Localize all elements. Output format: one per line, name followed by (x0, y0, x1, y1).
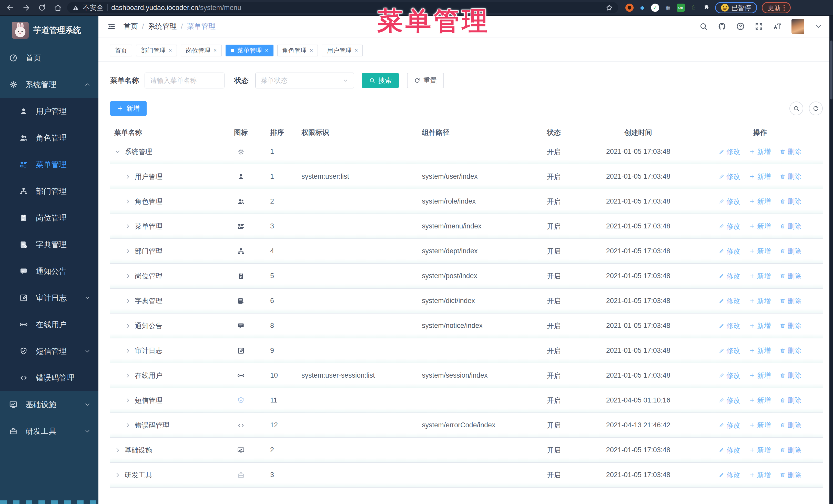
sidebar-item-sms[interactable]: 短信管理 (0, 338, 98, 364)
add-button[interactable]: 新增 (110, 101, 147, 116)
browser-update-button[interactable]: 更新 (762, 2, 791, 13)
row-delete-link[interactable]: 删除 (780, 222, 802, 231)
help-icon[interactable] (736, 22, 745, 31)
row-delete-link[interactable]: 删除 (780, 371, 802, 380)
fullscreen-icon[interactable] (755, 22, 763, 31)
row-edit-link[interactable]: 修改 (719, 346, 740, 355)
refresh-table-button[interactable] (809, 101, 823, 115)
address-bar[interactable]: 不安全 dashboard.yudao.iocoder.cn/system/me… (67, 2, 618, 13)
reload-icon[interactable] (35, 2, 49, 14)
row-delete-link[interactable]: 删除 (780, 346, 802, 355)
tab-post[interactable]: 岗位管理× (181, 45, 222, 56)
extension-on-badge-icon[interactable]: on (677, 4, 685, 12)
row-add-link[interactable]: 新增 (749, 396, 771, 405)
row-delete-link[interactable]: 删除 (780, 446, 802, 455)
extension-gem-icon[interactable]: ◆ (638, 4, 646, 12)
sidebar-item-home[interactable]: 首页 (0, 45, 98, 71)
search-icon[interactable] (699, 22, 708, 31)
extension-tiles-icon[interactable]: ▦ (664, 4, 672, 12)
sidebar-item-role[interactable]: 角色管理 (0, 125, 98, 151)
tab-close-icon[interactable]: × (169, 47, 172, 54)
sidebar-item-infra[interactable]: 基础设施 (0, 391, 98, 418)
sidebar-item-system[interactable]: 系统管理 (0, 71, 98, 98)
tab-close-icon[interactable]: × (310, 47, 313, 54)
row-add-link[interactable]: 新增 (749, 147, 771, 157)
tab-close-icon[interactable]: × (355, 47, 358, 54)
app-logo-row[interactable]: 芋道管理系统 (0, 16, 98, 45)
sidebar-collapse-icon[interactable] (107, 22, 116, 31)
row-delete-link[interactable]: 删除 (780, 271, 802, 281)
row-edit-link[interactable]: 修改 (719, 247, 740, 256)
row-delete-link[interactable]: 删除 (780, 471, 802, 480)
row-add-link[interactable]: 新增 (749, 172, 771, 181)
row-edit-link[interactable]: 修改 (719, 421, 740, 430)
forward-icon[interactable] (20, 2, 33, 14)
row-add-link[interactable]: 新增 (749, 271, 771, 281)
scrollbar-thumb[interactable] (830, 41, 832, 99)
breadcrumb-item[interactable]: 系统管理 (148, 22, 177, 31)
row-edit-link[interactable]: 修改 (719, 396, 740, 405)
row-delete-link[interactable]: 删除 (780, 247, 802, 256)
row-edit-link[interactable]: 修改 (719, 296, 740, 306)
reset-button[interactable]: 重置 (407, 73, 444, 88)
tab-close-icon[interactable]: × (214, 47, 217, 54)
toggle-search-button[interactable] (789, 101, 803, 115)
tab-user[interactable]: 用户管理× (322, 45, 363, 56)
status-select[interactable]: 菜单状态 (255, 73, 354, 89)
paused-extension-badge[interactable]: 已暂停 (715, 2, 757, 13)
row-edit-link[interactable]: 修改 (719, 172, 740, 181)
extension-check-icon[interactable]: ✓ (651, 4, 659, 12)
sidebar-item-post[interactable]: 岗位管理 (0, 205, 98, 231)
row-delete-link[interactable]: 删除 (780, 321, 802, 331)
sidebar-item-dict[interactable]: 字典管理 (0, 231, 98, 258)
font-size-icon[interactable] (773, 22, 782, 31)
row-delete-link[interactable]: 删除 (780, 172, 802, 181)
avatar-caret-icon[interactable] (814, 22, 823, 31)
row-add-link[interactable]: 新增 (749, 197, 771, 206)
search-button[interactable]: 搜索 (362, 73, 399, 88)
row-edit-link[interactable]: 修改 (719, 271, 740, 281)
row-delete-link[interactable]: 删除 (780, 296, 802, 306)
tab-home[interactable]: 首页 (110, 45, 132, 56)
row-delete-link[interactable]: 删除 (780, 396, 802, 405)
github-icon[interactable] (718, 22, 727, 31)
row-add-link[interactable]: 新增 (749, 296, 771, 306)
extension-green-icon[interactable]: ♘ (689, 4, 698, 12)
sidebar-item-dept[interactable]: 部门管理 (0, 178, 98, 205)
row-edit-link[interactable]: 修改 (719, 197, 740, 206)
row-edit-link[interactable]: 修改 (719, 222, 740, 231)
tab-dept[interactable]: 部门管理× (136, 45, 177, 56)
extensions-puzzle-icon[interactable] (702, 4, 711, 12)
back-icon[interactable] (4, 2, 17, 14)
sidebar-item-auditlog[interactable]: 审计日志 (0, 285, 98, 311)
sidebar-item-errorcode[interactable]: 错误码管理 (0, 364, 98, 391)
tab-role[interactable]: 角色管理× (277, 45, 318, 56)
row-delete-link[interactable]: 删除 (780, 421, 802, 430)
sidebar-item-devtool[interactable]: 研发工具 (0, 418, 98, 445)
row-delete-link[interactable]: 删除 (780, 197, 802, 206)
extension-orange-icon[interactable] (625, 4, 634, 12)
sidebar-item-notice[interactable]: 通知公告 (0, 258, 98, 285)
row-add-link[interactable]: 新增 (749, 346, 771, 355)
sidebar-item-online[interactable]: 在线用户 (0, 311, 98, 338)
sidebar-item-user[interactable]: 用户管理 (0, 98, 98, 125)
row-add-link[interactable]: 新增 (749, 421, 771, 430)
url-text[interactable]: dashboard.yudao.iocoder.cn/system/menu (111, 4, 241, 12)
row-edit-link[interactable]: 修改 (719, 321, 740, 331)
breadcrumb-item[interactable]: 首页 (123, 22, 138, 31)
tab-menu[interactable]: 菜单管理× (225, 45, 273, 56)
bookmark-star-icon[interactable] (605, 4, 613, 11)
user-avatar[interactable] (791, 19, 804, 34)
row-edit-link[interactable]: 修改 (719, 471, 740, 480)
menu-name-input[interactable] (145, 73, 224, 89)
sidebar-item-menu[interactable]: 菜单管理 (0, 151, 98, 178)
row-add-link[interactable]: 新增 (749, 247, 771, 256)
security-label[interactable]: 不安全 (83, 3, 103, 12)
home-icon[interactable] (51, 2, 65, 14)
row-edit-link[interactable]: 修改 (719, 147, 740, 157)
row-add-link[interactable]: 新增 (749, 446, 771, 455)
row-add-link[interactable]: 新增 (749, 371, 771, 380)
row-add-link[interactable]: 新增 (749, 471, 771, 480)
page-scrollbar[interactable] (829, 16, 833, 504)
row-delete-link[interactable]: 删除 (780, 147, 802, 157)
